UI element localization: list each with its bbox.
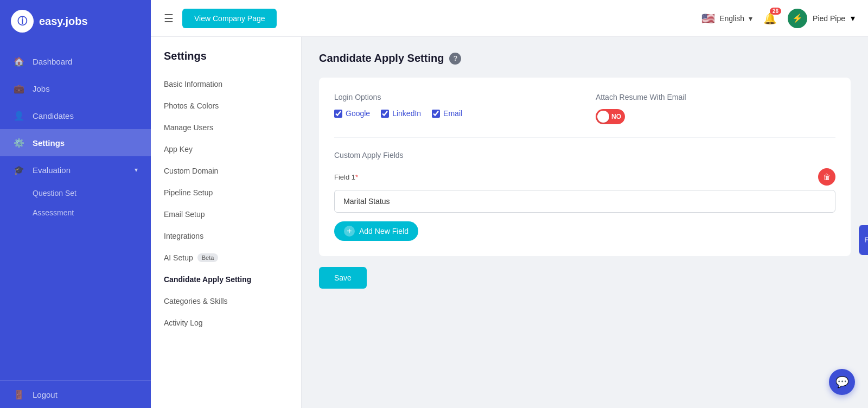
custom-fields-label: Custom Apply Fields (334, 151, 835, 160)
chevron-down-icon: ▾ (135, 166, 138, 174)
settings-nav-manage-users[interactable]: Manage Users (151, 117, 301, 138)
attach-resume-toggle[interactable]: NO (596, 109, 625, 124)
settings-nav-ai-setup[interactable]: AI Setup Beta (151, 247, 301, 269)
sidebar-bottom: 🚪 Logout (0, 380, 151, 408)
topbar: ☰ View Company Page 🇺🇸 English ▾ 🔔 26 ⚡ … (151, 0, 868, 37)
hamburger-button[interactable]: ☰ (164, 12, 174, 25)
google-checkbox-input[interactable] (334, 110, 342, 118)
user-name: Pied Pipe (813, 14, 845, 23)
sidebar-item-label: Settings (33, 138, 65, 148)
sidebar-item-label: Candidates (33, 111, 74, 120)
sidebar-item-label: Jobs (33, 84, 50, 93)
add-field-button[interactable]: + Add New Field (334, 221, 418, 241)
logout-button[interactable]: 🚪 Logout (13, 388, 138, 400)
login-options-section: Login Options Google LinkedIn (334, 93, 574, 124)
field-label-row: Field 1* 🗑 (334, 168, 835, 186)
toggle-knob (597, 111, 609, 123)
settings-title: Settings (151, 50, 301, 73)
sidebar-item-dashboard[interactable]: 🏠 Dashboard (0, 48, 151, 75)
content-area: Settings Basic Information Photos & Colo… (151, 37, 868, 408)
sidebar-item-label: Evaluation (33, 165, 71, 175)
settings-sidebar: Settings Basic Information Photos & Colo… (151, 37, 302, 408)
email-checkbox-input[interactable] (432, 110, 440, 118)
evaluation-subnav: Question Set Assessment (0, 183, 151, 222)
attach-resume-toggle-container: NO (596, 109, 835, 124)
user-profile[interactable]: ⚡ Pied Pipe ▾ (788, 9, 855, 28)
two-col-layout: Login Options Google LinkedIn (334, 93, 835, 124)
sidebar-item-question-set[interactable]: Question Set (0, 183, 151, 203)
settings-card: Login Options Google LinkedIn (319, 78, 851, 256)
sidebar-item-candidates[interactable]: 👤 Candidates (0, 102, 151, 129)
topbar-right: 🇺🇸 English ▾ 🔔 26 ⚡ Pied Pipe ▾ (701, 9, 855, 28)
custom-fields-section: Custom Apply Fields Field 1* 🗑 + Add New (334, 151, 835, 241)
settings-nav-email-setup[interactable]: Email Setup (151, 203, 301, 225)
add-field-label: Add New Field (359, 227, 409, 235)
sidebar-nav: 🏠 Dashboard 💼 Jobs 👤 Candidates ⚙️ Setti… (0, 42, 151, 380)
candidates-icon: 👤 (13, 110, 25, 122)
home-icon: 🏠 (13, 55, 25, 67)
sidebar-item-settings[interactable]: ⚙️ Settings (0, 129, 151, 156)
sidebar-logo: ⓘ easy.jobs (0, 0, 151, 42)
feedback-tab[interactable]: Feedback (859, 225, 868, 255)
settings-nav-categories-skills[interactable]: Categories & Skills (151, 290, 301, 312)
attach-resume-label: Attach Resume With Email (596, 93, 835, 101)
chevron-down-icon: ▾ (749, 14, 752, 23)
jobs-icon: 💼 (13, 82, 25, 94)
logout-icon: 🚪 (13, 388, 25, 400)
attach-resume-section: Attach Resume With Email NO (596, 93, 835, 124)
avatar: ⚡ (788, 9, 807, 28)
page-title-row: Candidate Apply Setting ? (319, 52, 851, 65)
sidebar-item-label: Dashboard (33, 57, 72, 66)
delete-field-button[interactable]: 🗑 (818, 168, 835, 186)
email-checkbox[interactable]: Email (432, 109, 462, 118)
language-label: English (719, 14, 744, 23)
logo-text: easy.jobs (39, 15, 88, 28)
linkedin-checkbox[interactable]: LinkedIn (381, 109, 421, 118)
settings-content: Candidate Apply Setting ? Login Options … (302, 37, 868, 408)
settings-nav-photos-colors[interactable]: Photos & Colors (151, 95, 301, 117)
login-options: Google LinkedIn Email (334, 109, 574, 118)
settings-nav-basic-information[interactable]: Basic Information (151, 73, 301, 95)
settings-nav-pipeline-setup[interactable]: Pipeline Setup (151, 182, 301, 203)
chat-icon: 💬 (835, 375, 849, 388)
chevron-down-icon: ▾ (851, 13, 855, 23)
field-label: Field 1* (334, 173, 358, 181)
page-title: Candidate Apply Setting (319, 52, 444, 65)
field-required-marker: * (355, 173, 358, 181)
settings-nav-integrations[interactable]: Integrations (151, 225, 301, 247)
sidebar-item-evaluation[interactable]: 🎓 Evaluation ▾ (0, 156, 151, 183)
view-company-button[interactable]: View Company Page (182, 9, 277, 28)
settings-nav-activity-log[interactable]: Activity Log (151, 312, 301, 334)
sidebar-item-assessment[interactable]: Assessment (0, 203, 151, 222)
evaluation-icon: 🎓 (13, 164, 25, 176)
flag-icon: 🇺🇸 (701, 12, 715, 25)
settings-icon: ⚙️ (13, 137, 25, 149)
field-row: Field 1* 🗑 (334, 168, 835, 213)
settings-nav-candidate-apply-setting[interactable]: Candidate Apply Setting (151, 269, 301, 290)
linkedin-checkbox-input[interactable] (381, 110, 389, 118)
sidebar-item-jobs[interactable]: 💼 Jobs (0, 75, 151, 102)
divider (334, 137, 835, 138)
help-icon[interactable]: ? (449, 53, 461, 65)
sidebar: ⓘ easy.jobs 🏠 Dashboard 💼 Jobs 👤 Candida… (0, 0, 151, 408)
notification-button[interactable]: 🔔 26 (763, 12, 777, 25)
chat-button[interactable]: 💬 (829, 369, 855, 395)
main-wrapper: ☰ View Company Page 🇺🇸 English ▾ 🔔 26 ⚡ … (151, 0, 868, 408)
logout-label: Logout (33, 390, 58, 399)
save-button[interactable]: Save (319, 267, 367, 289)
settings-nav-custom-domain[interactable]: Custom Domain (151, 160, 301, 182)
notification-badge: 26 (770, 8, 781, 15)
field-input[interactable] (334, 190, 835, 213)
beta-badge: Beta (197, 253, 219, 262)
plus-icon: + (344, 226, 355, 237)
settings-nav-app-key[interactable]: App Key (151, 138, 301, 160)
toggle-no-label: NO (611, 113, 621, 120)
login-options-label: Login Options (334, 93, 574, 101)
language-selector[interactable]: 🇺🇸 English ▾ (701, 12, 752, 25)
google-checkbox[interactable]: Google (334, 109, 370, 118)
logo-icon: ⓘ (11, 10, 34, 33)
